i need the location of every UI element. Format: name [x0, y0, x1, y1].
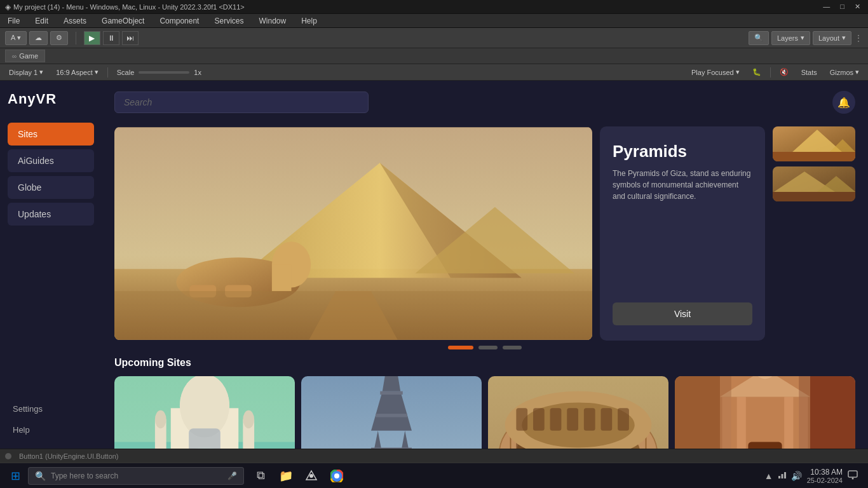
menu-component[interactable]: Component — [157, 15, 201, 27]
tray-up-arrow[interactable]: ▲ — [764, 471, 773, 481]
bug-icon-button[interactable]: 🐛 — [749, 67, 765, 78]
chrome-button[interactable] — [325, 464, 348, 487]
settings-button[interactable]: ⚙ — [50, 31, 68, 45]
layers-dropdown[interactable]: Layers ▾ — [771, 31, 810, 45]
layers-arrow-icon: ▾ — [801, 34, 804, 42]
dot-3[interactable] — [503, 346, 522, 349]
scale-label: Scale — [117, 69, 135, 76]
menu-bar: File Edit Assets GameObject Component Se… — [0, 14, 868, 28]
toolbar: A ▾ ☁ ⚙ ▶ ⏸ ⏭ 🔍 Layers ▾ Layout ▾ ⋮ — [0, 28, 868, 48]
tray-speaker-icon[interactable]: 🔊 — [791, 471, 802, 481]
settings-link[interactable]: Settings — [8, 400, 94, 417]
play-focused-label: Play Focused — [691, 69, 734, 76]
svg-rect-63 — [584, 409, 595, 431]
dot-1[interactable] — [448, 346, 473, 349]
thumbnail-1[interactable] — [773, 126, 855, 161]
account-group: A ▾ ☁ ⚙ — [5, 31, 68, 45]
svg-rect-8 — [272, 264, 292, 291]
notification-icon[interactable] — [848, 470, 858, 482]
featured-image[interactable] — [114, 126, 592, 341]
menu-help[interactable]: Help — [299, 15, 320, 27]
menu-gameobject[interactable]: GameObject — [99, 15, 147, 27]
game-tab-label: Game — [19, 52, 38, 60]
start-button[interactable]: ⊞ — [5, 466, 25, 486]
menu-assets[interactable]: Assets — [61, 15, 89, 27]
playback-group: ▶ ⏸ ⏭ — [84, 31, 139, 45]
svg-rect-31 — [189, 428, 220, 449]
play-focused-dropdown[interactable]: Play Focused ▾ — [688, 67, 743, 78]
svg-point-80 — [309, 474, 313, 478]
more-options-icon[interactable]: ⋮ — [854, 33, 863, 43]
help-link[interactable]: Help — [8, 421, 94, 438]
notification-tray-icon — [848, 470, 858, 480]
thumbnail-2[interactable] — [773, 166, 855, 201]
search-button[interactable]: 🔍 — [749, 31, 769, 45]
menu-edit[interactable]: Edit — [32, 15, 51, 27]
nav-sites[interactable]: Sites — [8, 123, 94, 146]
dot-2[interactable] — [478, 346, 498, 349]
menu-services[interactable]: Services — [212, 15, 246, 27]
title-bar: ◈ My project (14) - Menu - Windows, Mac,… — [0, 0, 868, 14]
featured-left — [114, 126, 592, 341]
upcoming-petra[interactable] — [675, 376, 855, 449]
toolbar-separator-1 — [76, 32, 76, 44]
stats-button[interactable]: Stats — [797, 67, 821, 78]
game-display-dropdown[interactable]: Display 1 ▾ — [5, 67, 47, 78]
scale-control[interactable]: Scale 1x — [113, 67, 205, 78]
minimize-button[interactable]: — — [820, 3, 832, 11]
upcoming-taj-mahal[interactable] — [114, 376, 295, 449]
menu-file[interactable]: File — [5, 15, 22, 27]
upcoming-colosseum[interactable] — [488, 376, 668, 449]
svg-rect-64 — [601, 409, 613, 431]
svg-point-28 — [155, 410, 166, 428]
notification-bell-button[interactable]: 🔔 — [832, 91, 855, 114]
game-options-bar: Display 1 ▾ 16:9 Aspect ▾ Scale 1x Play … — [0, 64, 868, 81]
svg-rect-71 — [737, 397, 746, 449]
unity-taskbar-button[interactable] — [300, 464, 323, 487]
nav-ai-guides[interactable]: AiGuides — [8, 149, 94, 172]
play-button[interactable]: ▶ — [84, 31, 100, 45]
tray-network-icon — [777, 470, 787, 482]
step-button[interactable]: ⏭ — [122, 31, 139, 45]
svg-rect-61 — [550, 409, 562, 431]
title-bar-controls[interactable]: — □ ✕ — [820, 3, 863, 11]
visit-button[interactable]: Visit — [613, 302, 752, 325]
taskbar-search[interactable]: 🔍 Type here to search 🎤 — [28, 467, 244, 485]
unity-status-bar: Button1 (UnityEngine.UI.Button) — [0, 449, 868, 463]
sidebar-bottom: Settings Help — [8, 400, 94, 438]
anyvr-logo: AnyVR — [8, 91, 94, 107]
scale-slider[interactable] — [139, 71, 189, 74]
svg-rect-75 — [748, 442, 782, 449]
gizmos-dropdown[interactable]: Gizmos ▾ — [826, 67, 863, 78]
upcoming-eiffel[interactable] — [301, 376, 482, 449]
aspect-ratio-dropdown[interactable]: 16:9 Aspect ▾ — [52, 67, 102, 78]
thumbnail-strip — [773, 126, 855, 341]
svg-rect-16 — [773, 152, 855, 161]
maximize-button[interactable]: □ — [837, 3, 847, 11]
close-button[interactable]: ✕ — [852, 3, 863, 11]
pause-button[interactable]: ⏸ — [103, 31, 119, 45]
explorer-button[interactable]: 📁 — [275, 464, 297, 487]
display-arrow-icon: ▾ — [39, 68, 43, 76]
account-button[interactable]: A ▾ — [5, 31, 27, 45]
clock-time: 10:38 AM — [807, 468, 843, 477]
mute-button[interactable]: 🔇 — [776, 67, 792, 78]
svg-rect-59 — [516, 409, 527, 431]
nav-updates[interactable]: Updates — [8, 203, 94, 226]
svg-rect-78 — [799, 376, 855, 449]
search-input[interactable] — [114, 92, 369, 113]
taskview-button[interactable]: ⧉ — [249, 464, 272, 487]
nav-globe[interactable]: Globe — [8, 176, 94, 199]
taskbar-mic-icon[interactable]: 🎤 — [227, 471, 237, 480]
menu-window[interactable]: Window — [256, 15, 288, 27]
taj-mahal-svg — [114, 376, 295, 449]
option-separator-2 — [770, 67, 771, 78]
game-tab[interactable]: ∞ Game — [5, 50, 45, 62]
carousel-dots — [114, 346, 855, 349]
gizmos-arrow-icon: ▾ — [855, 68, 859, 76]
svg-rect-86 — [848, 471, 857, 477]
layout-dropdown[interactable]: Layout ▾ — [813, 31, 851, 45]
search-bar: 🔔 — [114, 91, 855, 114]
cloud-button[interactable]: ☁ — [29, 31, 48, 45]
svg-marker-39 — [383, 376, 400, 391]
